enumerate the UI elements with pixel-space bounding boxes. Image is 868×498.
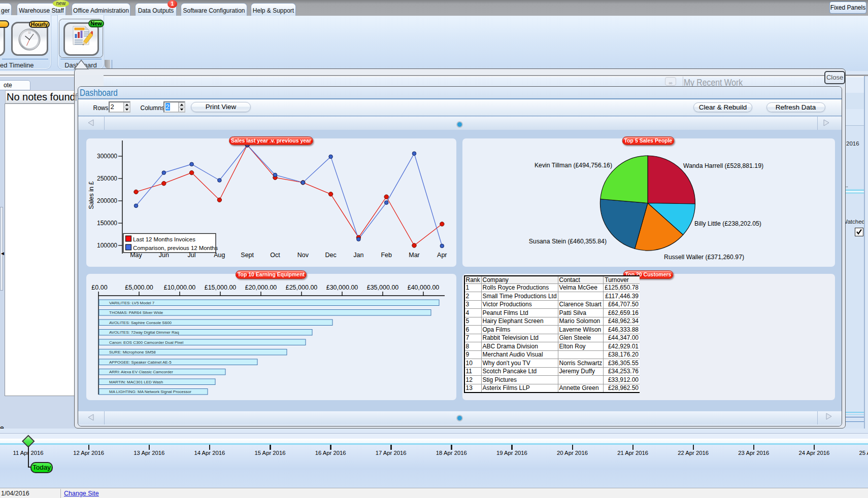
svg-text:Apr: Apr xyxy=(437,252,447,259)
svg-text:Kevin Tillman (£494,756.16): Kevin Tillman (£494,756.16) xyxy=(534,162,612,169)
svg-text:Wanda Harrell (£528,881.19): Wanda Harrell (£528,881.19) xyxy=(683,162,763,169)
svg-text:THOMAS: PAR64 Silver Wide: THOMAS: PAR64 Silver Wide xyxy=(109,310,163,315)
svg-text:Dec: Dec xyxy=(325,252,336,259)
svg-text:£10,000.00: £10,000.00 xyxy=(163,284,195,291)
svg-text:ARRI: Alexa EV Classic Camcord: ARRI: Alexa EV Classic Camcorder xyxy=(109,370,173,374)
svg-text:Feb: Feb xyxy=(381,252,392,259)
svg-text:AVOLITES: 72way Digital Dimmer: AVOLITES: 72way Digital Dimmer Raq xyxy=(109,330,179,335)
svg-text:200000: 200000 xyxy=(96,197,117,204)
svg-text:SURE: Microphone SM58: SURE: Microphone SM58 xyxy=(109,350,156,354)
svg-text:Mar: Mar xyxy=(409,252,420,259)
svg-text:£40,000.00: £40,000.00 xyxy=(407,284,439,291)
svg-text:Nov: Nov xyxy=(297,252,309,259)
svg-text:MA LIGHTING: MA Network Signal: MA LIGHTING: MA Network Signal Processor xyxy=(109,389,191,394)
svg-text:£5,000.00: £5,000.00 xyxy=(125,284,153,291)
svg-text:150000: 150000 xyxy=(96,220,117,227)
svg-text:£15,000.00: £15,000.00 xyxy=(204,284,236,291)
svg-text:£20,000.00: £20,000.00 xyxy=(245,284,277,291)
svg-text:£30,000.00: £30,000.00 xyxy=(326,284,358,291)
svg-text:300000: 300000 xyxy=(96,153,117,160)
svg-text:VARILITES: LV5 Model 7: VARILITES: LV5 Model 7 xyxy=(109,300,155,305)
svg-text:£25,000.00: £25,000.00 xyxy=(285,284,317,291)
svg-text:250000: 250000 xyxy=(96,175,117,182)
svg-text:Russell Waller (£371,260.97): Russell Waller (£371,260.97) xyxy=(664,254,744,261)
svg-text:Canon: EOS C300 Camcorder Dual: Canon: EOS C300 Camcorder Dual Pixel xyxy=(109,340,184,344)
svg-text:Jan: Jan xyxy=(353,252,363,259)
svg-text:Last 12 Months Invoices: Last 12 Months Invoices xyxy=(133,236,195,242)
svg-text:Sept: Sept xyxy=(241,252,254,259)
svg-text:12: 12 xyxy=(28,31,31,34)
svg-text:APPOGEE: Speaker Cabinet AE-5: APPOGEE: Speaker Cabinet AE-5 xyxy=(109,360,172,364)
svg-text:Comparison, previous 12 Months: Comparison, previous 12 Months xyxy=(133,245,218,251)
svg-text:100000: 100000 xyxy=(96,242,117,249)
svg-text:Billy Little (£238,202.05): Billy Little (£238,202.05) xyxy=(694,220,761,227)
svg-text:Susana Stein (£460,355.84): Susana Stein (£460,355.84) xyxy=(528,238,606,245)
svg-text:Sales in £: Sales in £ xyxy=(88,181,95,209)
svg-text:£35,000.00: £35,000.00 xyxy=(366,284,398,291)
svg-text:£0.00: £0.00 xyxy=(91,284,107,291)
svg-text:Oct: Oct xyxy=(270,252,280,259)
svg-text:MARTIN: MAC301 LED Wash: MARTIN: MAC301 LED Wash xyxy=(109,379,163,384)
svg-text:AVOLITES: Saphire Console S600: AVOLITES: Saphire Console S600 xyxy=(109,320,172,325)
